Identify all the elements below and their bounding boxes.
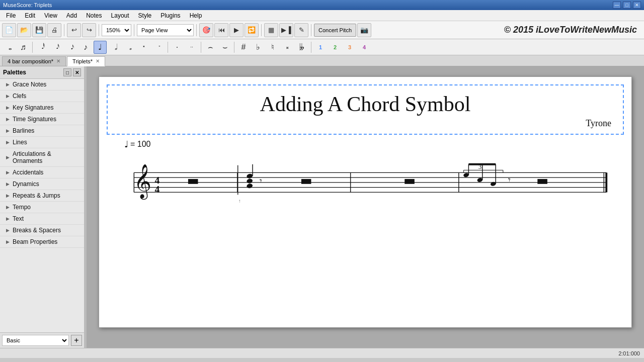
chevron-right-icon: ▶ (6, 82, 10, 87)
menu-plugins[interactable]: Plugins (156, 11, 184, 20)
chevron-right-icon: ▶ (6, 117, 10, 122)
palette-repeats[interactable]: ▶ Repeats & Jumps (0, 190, 84, 202)
toggle-play-panel-button[interactable]: ▶▐ (279, 23, 293, 37)
tab-bar: 4 bar composition* ✕ Triplets* ✕ (0, 55, 644, 66)
menu-bar: File Edit View Add Notes Layout Style Pl… (0, 10, 644, 21)
rewind-button[interactable]: ⏮ (214, 23, 228, 37)
tie-btn[interactable]: ⌣ (218, 41, 231, 54)
quarter-note-btn[interactable]: ♩ (94, 41, 107, 54)
palette-dynamics-label: Dynamics (13, 180, 39, 188)
palette-barlines[interactable]: ▶ Barlines (0, 125, 84, 137)
window-controls[interactable]: — □ ✕ (613, 2, 641, 9)
whole-note-btn[interactable]: 𝅗 (123, 41, 136, 54)
double-dot-btn[interactable]: ·· (185, 41, 198, 54)
menu-view[interactable]: View (40, 11, 61, 20)
note-sep-4 (234, 42, 234, 53)
redo-button[interactable]: ↪ (82, 23, 96, 37)
toggle-mixer-button[interactable]: ▦ (264, 23, 278, 37)
toggle-edit-button[interactable]: ✎ (294, 23, 308, 37)
double-sharp-btn[interactable]: 𝄪 (281, 41, 294, 54)
palette-beam[interactable]: ▶ Beam Properties (0, 236, 84, 248)
score-area[interactable]: Adding A Chord Symbol Tyrone ♩ = 100 𝄞 (87, 66, 644, 348)
loop-button[interactable]: 🔁 (245, 23, 259, 37)
new-file-button[interactable]: 📄 (2, 23, 16, 37)
palette-tempo-label: Tempo (13, 204, 31, 211)
save-file-button[interactable]: 💾 (32, 23, 46, 37)
voice4-btn[interactable]: 4 (358, 41, 371, 54)
print-button[interactable]: 🖨 (47, 23, 61, 37)
palettes-title: Palettes (3, 69, 26, 76)
svg-rect-33 (537, 179, 547, 184)
concert-pitch-button[interactable]: Concert Pitch (314, 24, 356, 37)
palette-breaks[interactable]: ▶ Breaks & Spacers (0, 225, 84, 236)
palette-key-signatures[interactable]: ▶ Key Signatures (0, 102, 84, 114)
palette-articulations[interactable]: ▶ Articulations & Ornaments (0, 148, 84, 167)
maximize-button[interactable]: □ (623, 2, 631, 9)
menu-style[interactable]: Style (134, 11, 156, 20)
longa-btn[interactable]: 𝄻 (152, 41, 165, 54)
dot-btn[interactable]: · (171, 41, 184, 54)
tuner-button[interactable]: 🎯 (199, 23, 213, 37)
menu-notes[interactable]: Notes (82, 11, 106, 20)
palette-time-signatures[interactable]: ▶ Time Signatures (0, 114, 84, 125)
minimize-button[interactable]: — (613, 2, 621, 9)
palette-accidentals[interactable]: ▶ Accidentals (0, 167, 84, 178)
svg-text:𝄾: 𝄾 (508, 178, 511, 182)
voice1-btn[interactable]: 1 (314, 41, 327, 54)
svg-rect-9 (188, 179, 198, 184)
watermark-text: © 2015 iLoveToWriteNewMusic (504, 25, 642, 35)
note-toolbar: 𝅝 ♬ 𝅘𝅥𝅱 𝅘𝅥𝅰 𝅘𝅥𝅯 ♪ ♩ 𝅗𝅥 𝅗 𝄺 𝄻 · ·· ⌢ ⌣ # … (0, 39, 644, 55)
menu-file[interactable]: File (2, 11, 20, 20)
accidental-sharp-btn[interactable]: # (237, 41, 250, 54)
8th-note-btn[interactable]: ♪ (79, 41, 92, 54)
32nd-note-btn[interactable]: 𝅘𝅥𝅰 (50, 41, 63, 54)
double-flat-btn[interactable]: 𝄫 (295, 41, 308, 54)
breve-btn[interactable]: 𝄺 (137, 41, 150, 54)
64th-note-btn[interactable]: 𝅘𝅥𝅱 (35, 41, 48, 54)
menu-add[interactable]: Add (62, 11, 81, 20)
main-area: Palettes □ ✕ ▶ Grace Notes ▶ Clefs ▶ Key… (0, 66, 644, 348)
palette-expand-button[interactable]: □ (63, 68, 71, 76)
tab-triplets-close[interactable]: ✕ (96, 59, 100, 64)
chevron-right-icon: ▶ (6, 216, 10, 221)
tab-4bar[interactable]: 4 bar composition* ✕ (2, 56, 66, 66)
palette-barlines-label: Barlines (13, 127, 34, 134)
svg-rect-17 (301, 179, 311, 184)
note-sep-5 (311, 42, 311, 53)
note-sep-2 (168, 42, 168, 53)
play-button[interactable]: ▶ (229, 23, 244, 37)
staff-svg: 𝄞 4 4 (119, 155, 611, 205)
voice3-btn[interactable]: 3 (343, 41, 356, 54)
accidental-flat-btn[interactable]: ♭ (252, 41, 265, 54)
open-file-button[interactable]: 📂 (17, 23, 31, 37)
menu-layout[interactable]: Layout (107, 11, 133, 20)
palette-text[interactable]: ▶ Text (0, 213, 84, 225)
chevron-right-icon: ▶ (6, 205, 10, 210)
screenshot-button[interactable]: 📷 (357, 23, 371, 37)
slur-btn[interactable]: ⌢ (204, 41, 217, 54)
voice2-btn[interactable]: 2 (329, 41, 342, 54)
palette-grace-notes[interactable]: ▶ Grace Notes (0, 79, 84, 90)
palette-tempo[interactable]: ▶ Tempo (0, 202, 84, 213)
undo-button[interactable]: ↩ (67, 23, 81, 37)
view-mode-select[interactable]: Page View Continuous View (137, 24, 194, 36)
tab-triplets[interactable]: Triplets* ✕ (67, 56, 105, 66)
menu-help[interactable]: Help (186, 11, 206, 20)
palette-dynamics[interactable]: ▶ Dynamics (0, 178, 84, 190)
16th-note-btn[interactable]: 𝅘𝅥𝅯 (64, 41, 77, 54)
palette-lines[interactable]: ▶ Lines (0, 137, 84, 148)
menu-edit[interactable]: Edit (21, 11, 39, 20)
note-input-toggle[interactable]: 𝅝 (2, 41, 15, 54)
palette-preset-select[interactable]: Basic Advanced (2, 335, 69, 346)
voice-btn[interactable]: ♬ (17, 41, 30, 54)
tab-triplets-label: Triplets* (72, 58, 93, 64)
tab-4bar-close[interactable]: ✕ (56, 59, 60, 64)
close-button[interactable]: ✕ (633, 2, 641, 9)
accidental-natural-btn[interactable]: ♮ (266, 41, 279, 54)
add-palette-button[interactable]: + (71, 335, 82, 346)
palette-close-button[interactable]: ✕ (73, 68, 81, 76)
zoom-select[interactable]: 150% 100% 75% (102, 24, 131, 36)
chevron-right-icon: ▶ (6, 182, 10, 187)
half-note-btn[interactable]: 𝅗𝅥 (108, 41, 121, 54)
palette-clefs[interactable]: ▶ Clefs (0, 90, 84, 102)
